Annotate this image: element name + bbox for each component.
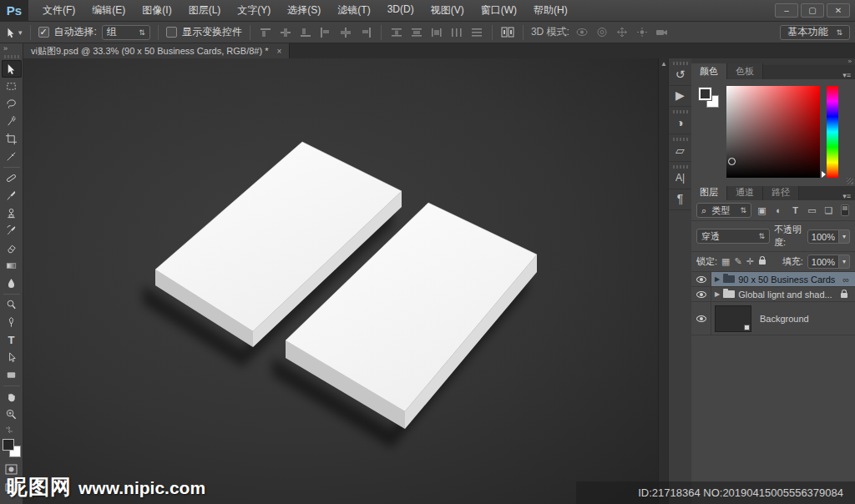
rectangular-marquee-tool[interactable] [2, 78, 22, 95]
filter-shape-layers-icon[interactable]: ▭ [806, 205, 818, 216]
history-panel-button[interactable]: ↺ [669, 58, 692, 86]
filter-type-layers-icon[interactable]: T [789, 205, 802, 215]
opacity-dropdown-icon[interactable]: ▾ [839, 229, 850, 244]
tab-layers[interactable]: 图层 [691, 184, 727, 200]
path-selection-tool[interactable] [2, 349, 22, 366]
panel-menu-icon[interactable]: ▾≡ [838, 192, 855, 200]
maximize-button[interactable]: ▢ [801, 3, 824, 18]
distribute-left-edges-icon[interactable] [449, 26, 464, 39]
align-right-edges-icon[interactable] [358, 26, 373, 39]
workspace-switcher[interactable]: 基本功能 ⇅ [780, 25, 850, 40]
filter-toggle-switch[interactable] [841, 204, 849, 216]
eyedropper-tool[interactable] [2, 148, 22, 165]
align-horizontal-centers-icon[interactable] [338, 26, 353, 39]
menu-view[interactable]: 视图(V) [423, 1, 472, 20]
fill-dropdown-icon[interactable]: ▾ [839, 255, 850, 269]
clone-stamp-tool[interactable] [2, 204, 22, 222]
styles-panel-button[interactable]: ▱ [669, 134, 692, 162]
expand-triangle-icon[interactable]: ▶ [715, 275, 720, 283]
lock-pixels-icon[interactable]: ✎ [734, 256, 741, 267]
blend-mode-dropdown[interactable]: 穿透 ⇅ [696, 229, 770, 244]
layer-row-background[interactable]: Background [691, 302, 855, 335]
expand-triangle-icon[interactable]: ▶ [715, 290, 720, 298]
tab-close-icon[interactable]: × [276, 47, 281, 56]
gradient-tool[interactable] [2, 257, 22, 275]
hue-slider-marker[interactable] [822, 171, 826, 178]
visibility-cell[interactable] [691, 272, 711, 286]
align-left-edges-icon[interactable] [318, 26, 333, 39]
tab-color[interactable]: 颜色 [691, 63, 727, 79]
tab-swatches[interactable]: 色板 [727, 63, 763, 79]
actions-panel-button[interactable]: ▶ [669, 86, 692, 107]
blur-tool[interactable] [2, 275, 22, 292]
menu-image[interactable]: 图像(I) [134, 1, 179, 20]
menu-filter[interactable]: 滤镜(T) [330, 1, 377, 20]
menu-select[interactable]: 选择(S) [280, 1, 328, 20]
move-tool-preset[interactable]: ▾ [5, 27, 23, 38]
paragraph-panel-button[interactable]: ¶ [669, 189, 692, 210]
auto-select-checkbox[interactable]: ✓ [38, 27, 49, 38]
tab-channels[interactable]: 通道 [727, 184, 763, 200]
canvas[interactable] [23, 58, 658, 504]
crop-tool[interactable] [2, 130, 22, 148]
menu-help[interactable]: 帮助(H) [526, 1, 575, 20]
distribute-bottom-edges-icon[interactable] [429, 26, 444, 39]
align-vertical-centers-icon[interactable] [278, 26, 293, 39]
menu-type[interactable]: 文字(Y) [230, 1, 278, 20]
swap-colors-icon[interactable] [2, 423, 17, 436]
character-panel-button[interactable]: A| [669, 162, 692, 189]
panel-menu-icon[interactable]: ▾≡ [838, 71, 855, 79]
filter-adjustment-layers-icon[interactable]: ◐ [772, 205, 785, 215]
tools-grip[interactable] [4, 55, 19, 58]
tools-collapse-icon[interactable]: » [0, 43, 11, 53]
menu-file[interactable]: 文件(F) [35, 1, 83, 20]
hue-slider[interactable] [827, 86, 838, 178]
menu-edit[interactable]: 编辑(E) [84, 1, 133, 20]
hand-tool[interactable] [2, 388, 22, 406]
tab-paths[interactable]: 路径 [763, 184, 799, 200]
rectangle-shape-tool[interactable] [2, 366, 22, 384]
visibility-cell[interactable] [691, 302, 711, 335]
align-bottom-edges-icon[interactable] [298, 26, 313, 39]
lasso-tool[interactable] [2, 95, 22, 113]
distribute-top-edges-icon[interactable] [389, 26, 404, 39]
history-brush-tool[interactable] [2, 222, 22, 239]
menu-window[interactable]: 窗口(W) [473, 1, 524, 20]
spot-healing-brush-tool[interactable] [2, 169, 22, 187]
lock-all-icon[interactable] [759, 260, 766, 265]
filter-type-dropdown[interactable]: ⌕ 类型 ⇅ [696, 203, 751, 218]
zoom-tool[interactable] [2, 406, 22, 423]
align-top-edges-icon[interactable] [258, 26, 273, 39]
menu-layer[interactable]: 图层(L) [181, 1, 229, 20]
distribute-vertical-centers-icon[interactable] [409, 26, 424, 39]
layer-row-global-light[interactable]: ▶ Global lignt and shad... [691, 287, 855, 302]
panel-resize-grip[interactable] [847, 178, 853, 184]
3d-pan-icon[interactable] [615, 26, 630, 39]
canvas-vertical-scrollbar[interactable]: ▲ [658, 58, 668, 504]
visibility-cell[interactable] [691, 287, 711, 301]
lock-position-icon[interactable]: ✛ [746, 256, 754, 267]
foreground-color-swatch[interactable] [3, 439, 14, 451]
fill-value[interactable]: 100% [807, 255, 839, 269]
3d-camera-icon[interactable] [655, 26, 670, 39]
menu-3d[interactable]: 3D(D) [380, 1, 422, 20]
scroll-up-icon[interactable]: ▲ [659, 58, 669, 69]
show-transform-checkbox[interactable] [166, 27, 177, 38]
move-tool[interactable] [2, 60, 22, 78]
eraser-tool[interactable] [2, 239, 22, 257]
layer-thumbnail[interactable] [715, 305, 751, 332]
layer-row-business-cards[interactable]: ▶ 90 x 50 Business Cards ∞ [691, 272, 855, 287]
pen-tool[interactable] [2, 314, 22, 331]
filter-pixel-layers-icon[interactable]: ▣ [756, 205, 768, 216]
opacity-value[interactable]: 100% [807, 229, 839, 244]
foreground-color-swatch[interactable] [699, 88, 711, 100]
3d-slide-icon[interactable] [635, 26, 650, 39]
magic-wand-tool[interactable] [2, 113, 22, 130]
brush-tool[interactable] [2, 187, 22, 204]
color-picker-circle[interactable] [728, 158, 736, 165]
close-button[interactable]: ✕ [827, 3, 850, 18]
3d-orbit-icon[interactable] [574, 26, 589, 39]
adjustments-panel-button[interactable]: ◑ [669, 107, 692, 134]
lock-transparency-icon[interactable]: ▦ [721, 256, 730, 267]
auto-select-target-dropdown[interactable]: 组 ⇅ [102, 25, 150, 40]
